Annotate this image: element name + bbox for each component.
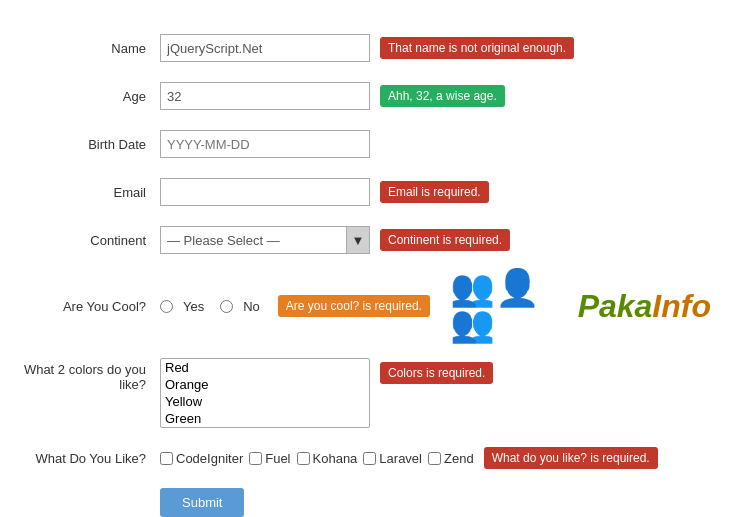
fuel-checkbox[interactable] xyxy=(249,452,262,465)
colors-listbox[interactable]: Red Orange Yellow Green xyxy=(160,358,370,428)
continent-row: Continent — Please Select — Africa Asia … xyxy=(20,222,711,258)
colors-label: What 2 colors do youlike? xyxy=(20,358,160,392)
pakainfo-text: PakaInfo xyxy=(578,288,711,325)
color-option-orange[interactable]: Orange xyxy=(161,376,369,393)
what-like-tooltip: What do you like? is required. xyxy=(484,447,658,469)
pakainfo-info: Info xyxy=(652,288,711,324)
name-tooltip: That name is not original enough. xyxy=(380,37,574,59)
zend-label: Zend xyxy=(444,451,474,466)
submit-row: Submit xyxy=(20,488,711,517)
what-like-checkboxes: CodeIgniter Fuel Kohana Laravel Zend xyxy=(160,451,474,466)
pakainfo-figures-icon: 👥👤👥 xyxy=(450,270,574,342)
pakainfo-logo: 👥👤👥 PakaInfo xyxy=(450,270,711,342)
email-tooltip: Email is required. xyxy=(380,181,489,203)
listbox-wrapper: Red Orange Yellow Green xyxy=(160,358,370,428)
codeigniter-checkbox[interactable] xyxy=(160,452,173,465)
continent-select[interactable]: — Please Select — Africa Asia Europe Nor… xyxy=(160,226,370,254)
cool-no-label: No xyxy=(243,299,260,314)
color-option-green[interactable]: Green xyxy=(161,410,369,427)
continent-select-wrapper: — Please Select — Africa Asia Europe Nor… xyxy=(160,226,370,254)
continent-label: Continent xyxy=(20,233,160,248)
birthdate-row: Birth Date xyxy=(20,126,711,162)
zend-checkbox[interactable] xyxy=(428,452,441,465)
checkbox-fuel: Fuel xyxy=(249,451,290,466)
fuel-label: Fuel xyxy=(265,451,290,466)
email-label: Email xyxy=(20,185,160,200)
submit-button[interactable]: Submit xyxy=(160,488,244,517)
continent-tooltip: Continent is required. xyxy=(380,229,510,251)
checkbox-codeigniter: CodeIgniter xyxy=(160,451,243,466)
pakainfo-paka: Paka xyxy=(578,288,653,324)
email-input[interactable] xyxy=(160,178,370,206)
colors-row: What 2 colors do youlike? Red Orange Yel… xyxy=(20,354,711,428)
color-option-red[interactable]: Red xyxy=(161,359,369,376)
age-tooltip: Ahh, 32, a wise age. xyxy=(380,85,505,107)
codeigniter-label: CodeIgniter xyxy=(176,451,243,466)
cool-yes-label: Yes xyxy=(183,299,204,314)
name-input[interactable] xyxy=(160,34,370,62)
cool-no-radio[interactable] xyxy=(220,300,233,313)
kohana-checkbox[interactable] xyxy=(297,452,310,465)
checkbox-laravel: Laravel xyxy=(363,451,422,466)
color-option-yellow[interactable]: Yellow xyxy=(161,393,369,410)
form-container: Name That name is not original enough. A… xyxy=(0,20,731,517)
cool-yes-radio[interactable] xyxy=(160,300,173,313)
colors-tooltip: Colors is required. xyxy=(380,362,493,384)
email-row: Email Email is required. xyxy=(20,174,711,210)
birthdate-label: Birth Date xyxy=(20,137,160,152)
age-input[interactable] xyxy=(160,82,370,110)
birthdate-input[interactable] xyxy=(160,130,370,158)
are-you-cool-row: Are You Cool? Yes No Are you cool? is re… xyxy=(20,270,711,342)
name-label: Name xyxy=(20,41,160,56)
what-like-label: What Do You Like? xyxy=(20,451,160,466)
what-like-row: What Do You Like? CodeIgniter Fuel Kohan… xyxy=(20,440,711,476)
name-row: Name That name is not original enough. xyxy=(20,30,711,66)
age-label: Age xyxy=(20,89,160,104)
are-you-cool-tooltip: Are you cool? is required. xyxy=(278,295,430,317)
kohana-label: Kohana xyxy=(313,451,358,466)
checkbox-zend: Zend xyxy=(428,451,474,466)
age-row: Age Ahh, 32, a wise age. xyxy=(20,78,711,114)
laravel-checkbox[interactable] xyxy=(363,452,376,465)
are-you-cool-radio-group: Yes No xyxy=(160,299,268,314)
laravel-label: Laravel xyxy=(379,451,422,466)
are-you-cool-label: Are You Cool? xyxy=(20,299,160,314)
checkbox-kohana: Kohana xyxy=(297,451,358,466)
